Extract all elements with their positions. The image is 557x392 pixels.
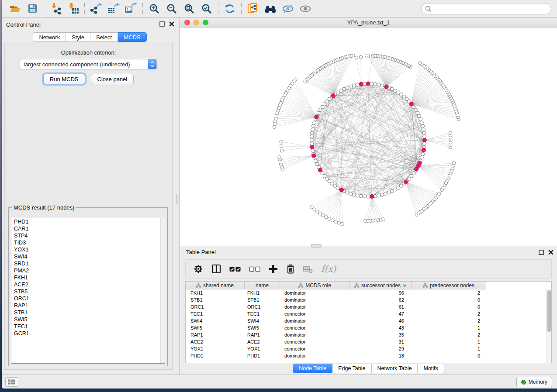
- network-leaf-node[interactable]: [453, 162, 456, 165]
- mcds-node-item[interactable]: SRD1: [11, 260, 165, 267]
- network-leaf-node[interactable]: [273, 125, 276, 129]
- network-node[interactable]: [381, 193, 384, 196]
- save-session-icon[interactable]: [24, 1, 41, 16]
- column-header-MCDS-role[interactable]: MCDS role: [280, 282, 350, 289]
- network-dominator-node[interactable]: [409, 102, 413, 106]
- close-panel-button[interactable]: Close panel: [91, 74, 134, 84]
- mcds-node-item[interactable]: STB5: [11, 288, 165, 295]
- network-node[interactable]: [374, 83, 377, 86]
- mcds-node-item[interactable]: RAP1: [11, 302, 165, 309]
- show-columns-icon[interactable]: [211, 264, 221, 274]
- optimization-criterion-dropdown[interactable]: largest connected component (undirected): [20, 59, 157, 69]
- network-node[interactable]: [349, 85, 353, 88]
- network-node[interactable]: [311, 128, 315, 131]
- import-network-icon[interactable]: [47, 1, 64, 16]
- network-node[interactable]: [367, 195, 370, 198]
- network-leaf-node[interactable]: [437, 192, 441, 196]
- network-leaf-node[interactable]: [419, 62, 422, 65]
- zoom-in-icon[interactable]: [145, 1, 163, 16]
- network-node[interactable]: [377, 83, 381, 86]
- network-node[interactable]: [419, 117, 422, 121]
- network-leaf-node[interactable]: [280, 144, 283, 148]
- network-leaf-node[interactable]: [365, 54, 368, 57]
- column-header-predecessor-nodes[interactable]: predecessor nodes: [412, 282, 486, 289]
- network-node[interactable]: [311, 149, 315, 152]
- network-leaf-node[interactable]: [280, 140, 283, 144]
- network-node[interactable]: [359, 194, 363, 198]
- network-leaf-node[interactable]: [341, 222, 344, 226]
- mcds-node-item[interactable]: TEC1: [11, 323, 165, 330]
- network-leaf-node[interactable]: [325, 216, 328, 219]
- mcds-node-item[interactable]: FKH1: [11, 274, 165, 281]
- network-dominator-node[interactable]: [418, 161, 422, 165]
- zoom-fit-icon[interactable]: [180, 1, 198, 16]
- node-table[interactable]: shared namenameMCDS rolesuccessor nodesp…: [185, 281, 552, 363]
- network-dominator-node[interactable]: [312, 154, 316, 158]
- network-dominator-node[interactable]: [339, 188, 343, 192]
- float-panel-icon[interactable]: [539, 250, 544, 255]
- hide-selected-eye-slash-icon[interactable]: [279, 1, 297, 16]
- network-node[interactable]: [377, 194, 381, 197]
- network-node[interactable]: [356, 83, 359, 86]
- network-dominator-node[interactable]: [370, 194, 374, 198]
- network-leaf-node[interactable]: [337, 221, 341, 225]
- network-dominator-node[interactable]: [415, 167, 419, 171]
- mcds-node-item[interactable]: ORC1: [11, 295, 165, 302]
- export-network-icon[interactable]: [87, 1, 105, 16]
- network-leaf-node[interactable]: [304, 80, 307, 83]
- network-leaf-node[interactable]: [280, 149, 284, 152]
- network-node[interactable]: [420, 156, 423, 159]
- network-dominator-node[interactable]: [331, 94, 335, 98]
- export-table-icon[interactable]: [105, 1, 122, 16]
- tab-network[interactable]: Network: [33, 32, 66, 42]
- network-leaf-node[interactable]: [449, 131, 452, 135]
- network-node[interactable]: [381, 84, 384, 87]
- network-node[interactable]: [310, 131, 314, 135]
- mcds-node-item[interactable]: TID3: [11, 239, 165, 246]
- network-leaf-node[interactable]: [310, 206, 314, 209]
- network-leaf-node[interactable]: [355, 56, 358, 59]
- tab-node-table[interactable]: Node Table: [293, 364, 332, 373]
- network-node[interactable]: [391, 87, 394, 91]
- network-leaf-node[interactable]: [328, 217, 331, 220]
- network-dominator-node[interactable]: [315, 115, 318, 119]
- network-leaf-node[interactable]: [315, 210, 319, 213]
- network-leaf-node[interactable]: [313, 208, 316, 211]
- clone-network-icon[interactable]: [244, 1, 262, 16]
- network-node[interactable]: [313, 121, 316, 124]
- table-row[interactable]: TEC1TEC1connector472: [186, 310, 551, 317]
- mcds-node-item[interactable]: PHD1: [11, 218, 165, 225]
- network-dominator-node[interactable]: [422, 148, 426, 152]
- mcds-node-item[interactable]: SWI4: [11, 253, 165, 260]
- add-column-icon[interactable]: [269, 265, 278, 274]
- network-dominator-node[interactable]: [366, 82, 370, 86]
- column-header-shared-name[interactable]: shared name: [186, 282, 245, 289]
- network-node[interactable]: [346, 86, 349, 89]
- network-node[interactable]: [370, 82, 374, 86]
- table-row[interactable]: STB1STB1dominator620: [186, 296, 551, 303]
- network-node[interactable]: [346, 191, 349, 194]
- refresh-layout-icon[interactable]: [221, 1, 239, 16]
- network-node[interactable]: [314, 159, 317, 163]
- table-row[interactable]: FKH1FKH1dominator962: [186, 289, 551, 296]
- run-mcds-button[interactable]: Run MCDS: [43, 74, 85, 84]
- mcds-node-item[interactable]: STP4: [11, 232, 165, 239]
- network-node[interactable]: [356, 194, 359, 197]
- table-row[interactable]: SWI4SWI4dominator462: [186, 317, 551, 324]
- network-node[interactable]: [420, 121, 423, 124]
- table-row[interactable]: PHD1PHD1dominator180: [186, 352, 551, 359]
- network-node[interactable]: [387, 191, 391, 194]
- table-row[interactable]: ORC1ORC1dominator610: [186, 303, 551, 310]
- mcds-node-item[interactable]: ACE2: [11, 281, 165, 288]
- vertical-splitter-grip[interactable]: [176, 194, 180, 204]
- network-node[interactable]: [310, 135, 314, 138]
- network-dominator-node[interactable]: [422, 138, 426, 142]
- search-input[interactable]: [434, 6, 543, 12]
- network-node[interactable]: [311, 124, 315, 128]
- tab-motifs[interactable]: Motifs: [418, 364, 444, 373]
- network-leaf-node[interactable]: [331, 219, 334, 222]
- network-dominator-node[interactable]: [310, 145, 314, 149]
- network-node[interactable]: [422, 131, 426, 135]
- network-dominator-node[interactable]: [404, 180, 408, 184]
- close-panel-icon[interactable]: [548, 250, 554, 255]
